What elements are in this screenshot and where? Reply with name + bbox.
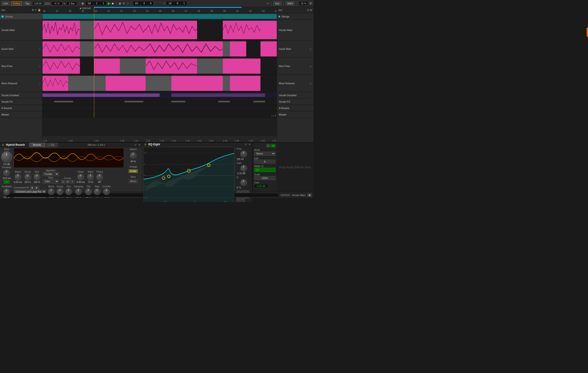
- scene-vocals-doubled[interactable]: Vocals Doubled: [277, 92, 314, 99]
- nice-flow-clip-1[interactable]: [42, 59, 80, 74]
- freeze-btn-2[interactable]: ⊞: [66, 180, 70, 183]
- track-header-vocals-main[interactable]: Vocals Main: [0, 20, 42, 40]
- q-knob[interactable]: [240, 179, 247, 186]
- good-start-clip-3[interactable]: [146, 41, 223, 56]
- scene-master[interactable]: Master: [277, 111, 314, 118]
- more-relaxed-clip-4[interactable]: [230, 76, 261, 91]
- track-header-a-reverb[interactable]: A Reverb: [0, 105, 42, 111]
- rate-knob[interactable]: [94, 188, 101, 195]
- gain2-value[interactable]: 0.00 dB: [254, 184, 268, 188]
- track-header-vocals-doubled[interactable]: Vocals Doubled: [0, 92, 42, 99]
- track-header-strings[interactable]: Strings: [0, 13, 42, 20]
- eq-reset-icon[interactable]: ↺: [245, 143, 247, 146]
- adaptq-on-badge[interactable]: On: [254, 168, 275, 172]
- strings-track-content[interactable]: [42, 13, 277, 20]
- play-button[interactable]: ▶: [108, 1, 110, 6]
- h-button[interactable]: H: [307, 9, 309, 11]
- eq-band-dot-2[interactable]: [167, 175, 170, 178]
- eq-power-icon[interactable]: ⊙: [144, 143, 147, 146]
- lock-icon[interactable]: 🔒: [38, 9, 41, 11]
- decay-knob[interactable]: [24, 173, 31, 181]
- freq-knob[interactable]: [240, 151, 247, 157]
- time-ruler[interactable]: 1:24 1:26 1:28 1:30 1:32 1:34 1:36 1:38 …: [42, 136, 277, 142]
- add-scene-button[interactable]: ⊕: [118, 2, 121, 5]
- good-start-clip-5[interactable]: [261, 41, 277, 56]
- vocals-clip-2[interactable]: [94, 21, 145, 39]
- good-start-clip-1[interactable]: [42, 41, 80, 56]
- mode-select[interactable]: Stereo: [254, 152, 275, 156]
- minus-icon[interactable]: ✏: [35, 9, 37, 11]
- more-relaxed-track-content[interactable]: [42, 75, 277, 92]
- position-display-2[interactable]: 45 . 4 . 4: [133, 1, 154, 6]
- ms-button[interactable]: ms: [4, 180, 9, 184]
- delay-knob[interactable]: [77, 173, 84, 181]
- good-start-track-content[interactable]: [42, 40, 277, 58]
- conv-next-btn[interactable]: ▶: [35, 186, 39, 189]
- decay2-knob[interactable]: [56, 188, 63, 195]
- attack-knob[interactable]: [14, 173, 21, 181]
- size2-knob[interactable]: [65, 188, 72, 195]
- track-header-vocals-fx[interactable]: Vocals FX: [0, 99, 42, 105]
- tap-button[interactable]: Tap: [23, 1, 31, 6]
- reverb-tab-eq[interactable]: □ EQ: [44, 143, 58, 147]
- bpm-display[interactable]: 129.00: [33, 2, 43, 5]
- eq-settings-btn[interactable]: ⊡: [266, 144, 270, 147]
- vocals-clip-5[interactable]: [261, 21, 277, 39]
- good-start-clip-4[interactable]: [230, 41, 246, 56]
- nice-flow-clip-4[interactable]: [223, 59, 260, 74]
- track-header-nice-flow[interactable]: Nice Flow ▷: [0, 58, 42, 75]
- link-button[interactable]: Link: [1, 1, 10, 6]
- nice-flow-clip-2[interactable]: [94, 59, 120, 74]
- send-knob[interactable]: [1, 151, 12, 162]
- conv-prev-btn[interactable]: ◀: [30, 186, 34, 189]
- midi-button[interactable]: MIDI: [286, 1, 295, 6]
- key-button[interactable]: Key: [273, 1, 281, 6]
- reverb-close-icon[interactable]: ✕: [138, 143, 140, 146]
- position-display-3[interactable]: 18 . 0 . 1: [166, 1, 187, 6]
- bass-value-badge[interactable]: Mono: [129, 180, 137, 183]
- track-header-good-start[interactable]: Good Start ▷: [0, 40, 42, 58]
- edit-value[interactable]: A: [254, 160, 275, 163]
- plus-icon[interactable]: ⊕: [32, 9, 34, 11]
- vintage-value-badge[interactable]: Subtle: [129, 169, 138, 173]
- scene-nice-flow[interactable]: Nice Flow ▷: [277, 58, 314, 75]
- vocals-main-track-content[interactable]: [42, 20, 277, 40]
- algorithm-select[interactable]: Parallel: [43, 172, 59, 176]
- tides-select[interactable]: Tides: [43, 180, 59, 183]
- dry-wet-knob[interactable]: [103, 188, 110, 195]
- scene-vocals-main[interactable]: Vocals Main: [277, 20, 314, 40]
- nice-flow-clip-3[interactable]: [146, 59, 197, 74]
- freeze-btn-3[interactable]: ✕: [70, 180, 74, 183]
- nice-flow-track-content[interactable]: [42, 58, 277, 75]
- scene-vocals-fx[interactable]: Vocals FX: [277, 99, 314, 105]
- scale-value[interactable]: 100%: [254, 176, 275, 180]
- scene-a-reverb[interactable]: A Reverb: [277, 105, 314, 111]
- w-button[interactable]: W: [310, 9, 312, 11]
- phase-knob[interactable]: [96, 173, 103, 181]
- filter-type-btn-7[interactable]: ⌒: [237, 199, 241, 202]
- record-button[interactable]: ●: [115, 2, 117, 5]
- tide-knob[interactable]: [85, 188, 92, 195]
- good-start-clip-2[interactable]: [94, 41, 145, 56]
- eq-close-icon[interactable]: ✕: [249, 143, 251, 146]
- blend-knob[interactable]: [48, 188, 55, 195]
- track-header-more-relaxed[interactable]: More Relaxed ▷: [0, 75, 42, 92]
- more-relaxed-clip-2[interactable]: [106, 76, 145, 91]
- more-relaxed-clip-3[interactable]: [171, 76, 223, 91]
- reverb-tab-reverb[interactable]: Reverb: [29, 143, 44, 147]
- size-knob[interactable]: [33, 173, 41, 181]
- gain-knob[interactable]: [240, 165, 247, 172]
- eq-band-dot-3[interactable]: [187, 169, 191, 173]
- follow-button[interactable]: Follow: [11, 1, 22, 6]
- predelay-knob[interactable]: [3, 169, 10, 176]
- eq-band-dot-4[interactable]: [207, 164, 210, 167]
- feedback-knob[interactable]: [3, 188, 10, 195]
- vocals-clip-1[interactable]: [42, 21, 80, 39]
- vocals-fx-track-content[interactable]: [42, 99, 277, 105]
- freeze-btn-1[interactable]: ⊡: [61, 180, 65, 183]
- vocals-doubled-track-content[interactable]: [42, 92, 277, 99]
- track-header-master[interactable]: Master: [0, 111, 42, 118]
- reverb-reset-icon[interactable]: ↺: [134, 143, 136, 146]
- scene-good-start[interactable]: Good Start ▷: [277, 40, 314, 58]
- time-sig-display[interactable]: 4 / 4: [52, 2, 62, 5]
